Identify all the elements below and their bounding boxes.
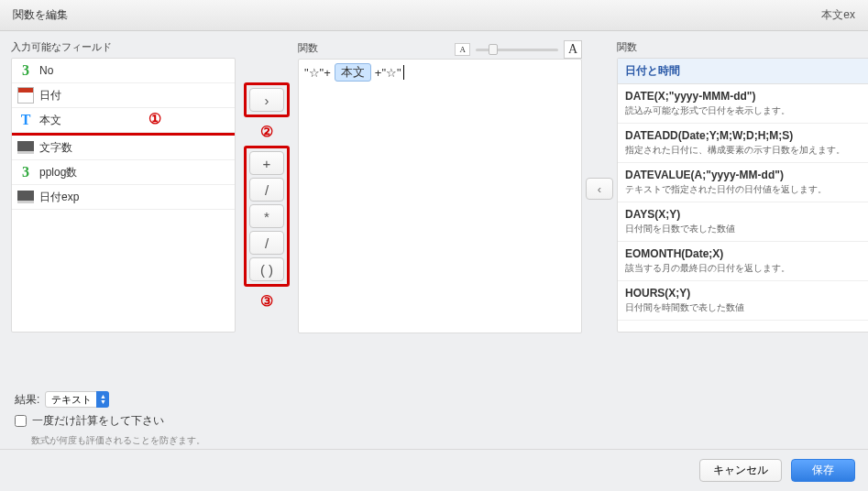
- field-name: 本文: [39, 113, 61, 128]
- op-paren-button[interactable]: ( ): [249, 257, 284, 281]
- field-row-dateexp[interactable]: 日付exp: [12, 185, 235, 210]
- font-small-icon: A: [455, 43, 470, 56]
- editor-header: 関数 A A: [298, 40, 582, 59]
- calc-icon: [17, 139, 34, 156]
- field-name: 日付: [39, 88, 61, 104]
- expression-editor[interactable]: "☆"+ 本文 +"☆": [298, 59, 582, 333]
- functions-list[interactable]: 日付と時間 DATE(X;"yyyy-MMM-dd") 読込み可能な形式で日付を…: [617, 58, 868, 333]
- result-type-row: 結果: テキスト ▲▼: [15, 391, 853, 408]
- func-name: HOURS(X;Y): [625, 287, 868, 300]
- number-icon: 3: [17, 164, 34, 180]
- titlebar: 関数を編集 本文ex: [0, 0, 868, 31]
- field-row-pplog[interactable]: 3 pplog数: [12, 160, 235, 185]
- func-item-hours[interactable]: HOURS(X;Y) 日付間を時間数で表した数値: [618, 281, 868, 321]
- result-label: 結果:: [15, 392, 39, 408]
- func-category-date[interactable]: 日付と時間: [618, 59, 868, 84]
- text-cursor: [403, 65, 404, 80]
- func-name: DATE(X;"yyyy-MMM-dd"): [625, 90, 868, 103]
- select-arrows-icon: ▲▼: [96, 391, 109, 408]
- func-item-datevalue[interactable]: DATEVALUE(A;"yyyy-MM-dd") テキストで指定された日付の日…: [618, 163, 868, 202]
- calc-once-label: 一度だけ計算をして下さい: [32, 413, 164, 429]
- dialog-title: 関数を編集: [13, 7, 68, 23]
- field-context-name: 本文ex: [821, 7, 855, 23]
- expression-column: 関数 A A "☆"+ 本文 +"☆": [298, 40, 582, 386]
- font-large-icon: A: [564, 40, 582, 59]
- func-name: DATEVALUE(A;"yyyy-MM-dd"): [625, 169, 868, 181]
- expr-literal-prefix: "☆"+: [304, 66, 331, 80]
- func-desc: 該当する月の最終日の日付を返します。: [625, 262, 868, 275]
- func-desc: 指定された日付に、構成要素の示す日数を加えます。: [625, 144, 868, 157]
- calc-once-row[interactable]: 一度だけ計算をして下さい: [15, 413, 853, 429]
- field-name: No: [39, 64, 53, 77]
- func-desc: テキストで指定された日付の日付値を返します。: [625, 183, 868, 196]
- number-icon: 3: [17, 62, 34, 79]
- dialog-footer: キャンセル 保存: [0, 449, 868, 491]
- func-item-dateadd[interactable]: DATEADD(Date;Y;M;W;D;H;M;S) 指定された日付に、構成要…: [618, 124, 868, 163]
- annotation-box-insert: ›: [244, 82, 290, 117]
- field-name: 日付exp: [39, 190, 79, 205]
- insert-function-button[interactable]: ‹: [586, 178, 613, 200]
- annotation-box-operators: + / * / ( ): [244, 146, 290, 287]
- nav-column: ‹: [586, 40, 613, 386]
- func-name: DAYS(X;Y): [625, 208, 868, 221]
- func-item-days[interactable]: DAYS(X;Y) 日付間を日数で表した数値: [618, 202, 868, 242]
- fields-column: 入力可能なフィールド 3 No 日付 T 本文 ① 文字数: [11, 40, 236, 386]
- edit-function-dialog: 関数を編集 本文ex 入力可能なフィールド 3 No 日付 T 本文 ①: [0, 0, 868, 491]
- op-multiply-button[interactable]: *: [249, 204, 284, 228]
- func-name: EOMONTH(Date;X): [625, 247, 868, 260]
- func-name: DATEADD(Date;Y;M;W;D;H;M;S): [625, 129, 868, 142]
- field-token-body[interactable]: 本文: [335, 63, 371, 82]
- font-size-slider[interactable]: [476, 49, 558, 51]
- field-row-charcount[interactable]: 文字数: [12, 136, 235, 160]
- annotation-one: ①: [148, 110, 161, 127]
- func-item-eomonth[interactable]: EOMONTH(Date;X) 該当する月の最終日の日付を返します。: [618, 242, 868, 281]
- field-row-body[interactable]: T 本文 ①: [12, 108, 235, 133]
- functions-column: 関数 日付と時間 DATE(X;"yyyy-MMM-dd") 読込み可能な形式で…: [617, 40, 868, 386]
- fields-label: 入力可能なフィールド: [11, 40, 236, 54]
- calc-once-checkbox[interactable]: [15, 415, 27, 427]
- field-name: 文字数: [39, 140, 72, 156]
- expr-literal-suffix: +"☆": [375, 66, 401, 80]
- calc-icon: [17, 189, 34, 205]
- operator-column: › ② + / * / ( ) ③: [239, 40, 294, 386]
- calc-once-hint: 数式が何度も評価されることを防ぎます。: [31, 434, 853, 447]
- result-options: 結果: テキスト ▲▼ 一度だけ計算をして下さい 数式が何度も評価されることを防…: [0, 389, 868, 449]
- func-desc: 日付間を時間数で表した数値: [625, 301, 868, 314]
- slider-thumb[interactable]: [489, 44, 498, 55]
- cancel-button[interactable]: キャンセル: [699, 459, 782, 482]
- annotation-two: ②: [260, 123, 273, 140]
- result-type-select-wrap: テキスト ▲▼: [45, 391, 109, 408]
- expression-content: "☆"+ 本文 +"☆": [304, 63, 576, 82]
- fields-list[interactable]: 3 No 日付 T 本文 ① 文字数 3: [11, 58, 236, 333]
- func-desc: 読込み可能な形式で日付を表示します。: [625, 104, 868, 117]
- funcs-label: 関数: [617, 40, 868, 54]
- expr-label: 関数: [298, 41, 318, 55]
- text-icon: T: [17, 112, 34, 128]
- font-size-slider-group: A A: [455, 40, 582, 59]
- op-plus-button[interactable]: +: [249, 151, 284, 175]
- op-divide-button[interactable]: /: [249, 178, 284, 202]
- insert-field-button[interactable]: ›: [249, 88, 284, 112]
- save-button[interactable]: 保存: [791, 459, 855, 482]
- func-desc: 日付間を日数で表した数値: [625, 223, 868, 235]
- field-name: pplog数: [39, 165, 77, 180]
- op-divide2-button[interactable]: /: [249, 231, 284, 255]
- annotation-three: ③: [260, 292, 273, 310]
- func-item-date[interactable]: DATE(X;"yyyy-MMM-dd") 読込み可能な形式で日付を表示します。: [618, 84, 868, 124]
- dialog-body: 入力可能なフィールド 3 No 日付 T 本文 ① 文字数: [0, 31, 868, 389]
- field-row-date[interactable]: 日付: [12, 83, 235, 108]
- date-icon: [17, 87, 34, 104]
- field-row-no[interactable]: 3 No: [12, 59, 235, 83]
